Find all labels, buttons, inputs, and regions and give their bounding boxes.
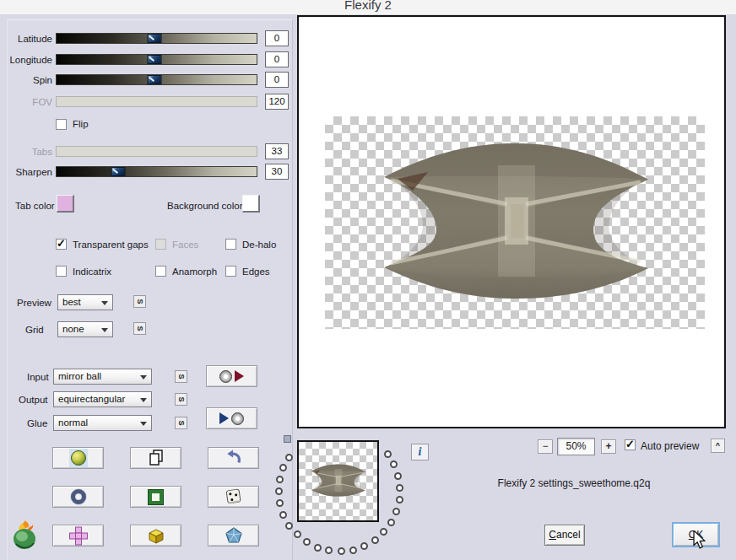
torus-icon bbox=[71, 489, 86, 504]
cube-net-tool-button[interactable] bbox=[52, 525, 104, 547]
dial-dot[interactable] bbox=[394, 472, 402, 480]
cancel-button[interactable]: Cancel bbox=[544, 525, 585, 546]
dial-dot[interactable] bbox=[285, 522, 293, 530]
auto-preview-checkbox[interactable] bbox=[625, 439, 636, 450]
tab-color-swatch[interactable] bbox=[57, 195, 74, 213]
load-settings-button[interactable] bbox=[206, 407, 257, 429]
grid-cycle-button[interactable]: S bbox=[133, 322, 146, 335]
sharpen-slider-row: Sharpen 30 bbox=[7, 166, 294, 183]
frame-tool-button[interactable] bbox=[130, 486, 181, 508]
dial-dot[interactable] bbox=[285, 454, 293, 461]
cancel-label: ancel bbox=[556, 529, 581, 541]
torus-tool-button[interactable] bbox=[52, 486, 104, 508]
tabs-slider-row: Tabs 33 bbox=[7, 146, 294, 163]
spin-slider-row: Spin 0 bbox=[7, 74, 294, 91]
dial-dot[interactable] bbox=[349, 547, 357, 554]
background-color-label: Background color bbox=[167, 201, 243, 211]
faces-checkbox bbox=[155, 239, 166, 250]
longitude-slider-thumb[interactable] bbox=[148, 55, 162, 64]
longitude-slider-row: Longitude 0 bbox=[7, 54, 294, 71]
latitude-value[interactable]: 0 bbox=[265, 30, 289, 46]
dial-dot[interactable] bbox=[396, 484, 403, 492]
dial-dot[interactable] bbox=[384, 450, 392, 458]
dial-marker[interactable] bbox=[284, 435, 291, 443]
tabs-value[interactable]: 33 bbox=[265, 143, 289, 159]
dial-dot[interactable] bbox=[390, 460, 398, 468]
spin-slider[interactable] bbox=[56, 74, 257, 85]
indicatrix-checkbox[interactable] bbox=[56, 266, 67, 277]
dial-dot[interactable] bbox=[371, 536, 379, 544]
edges-checkbox[interactable] bbox=[225, 266, 236, 277]
dial-dot[interactable] bbox=[387, 519, 395, 526]
glue-combo[interactable]: normal bbox=[53, 415, 152, 431]
thumbnail-image bbox=[299, 459, 377, 503]
dial-dot[interactable] bbox=[325, 547, 333, 554]
background-color-swatch[interactable] bbox=[242, 195, 260, 213]
dial-dot[interactable] bbox=[392, 508, 400, 515]
copy-tool-button[interactable] bbox=[130, 447, 181, 469]
zoom-in-button[interactable]: + bbox=[601, 439, 616, 454]
zoom-out-button[interactable]: − bbox=[538, 439, 553, 454]
box-tool-button[interactable] bbox=[130, 525, 181, 547]
transparent-gaps-checkbox[interactable] bbox=[56, 239, 67, 250]
latitude-slider[interactable] bbox=[56, 33, 257, 44]
info-button[interactable]: i bbox=[411, 444, 429, 460]
transparent-gaps-label: Transparent gaps bbox=[73, 240, 149, 250]
spin-value[interactable]: 0 bbox=[265, 72, 289, 88]
blue-play-icon bbox=[219, 412, 229, 424]
disc-load-icon bbox=[231, 412, 244, 425]
preview-combo[interactable]: best bbox=[57, 294, 113, 310]
spin-slider-thumb[interactable] bbox=[148, 75, 162, 84]
fov-slider-row: FOV 120 bbox=[7, 96, 294, 113]
disc-save-icon bbox=[219, 370, 232, 383]
preview-thumbnail[interactable] bbox=[297, 440, 379, 522]
input-combo[interactable]: mirror ball bbox=[53, 369, 152, 385]
preview-image bbox=[325, 116, 705, 329]
dial-dot[interactable] bbox=[275, 487, 283, 495]
save-settings-button[interactable] bbox=[206, 365, 257, 387]
dial-dot[interactable] bbox=[303, 538, 311, 546]
flip-label: Flip bbox=[73, 119, 89, 129]
de-halo-label: De-halo bbox=[242, 240, 276, 250]
sharpen-slider-thumb[interactable] bbox=[111, 167, 126, 176]
dial-dot[interactable] bbox=[314, 544, 322, 552]
tab-color-label: Tab color bbox=[15, 201, 55, 211]
undo-arrow-icon bbox=[225, 449, 243, 467]
auto-preview-label: Auto preview bbox=[641, 440, 699, 452]
chevron-down-icon bbox=[140, 422, 147, 426]
de-halo-checkbox[interactable] bbox=[225, 239, 236, 250]
glue-cycle-button[interactable]: S bbox=[175, 417, 187, 429]
grid-combo[interactable]: none bbox=[57, 321, 113, 337]
dial-dot[interactable] bbox=[338, 547, 345, 555]
random-tool-button[interactable] bbox=[208, 486, 259, 508]
dial-dot[interactable] bbox=[380, 528, 387, 536]
sphere-tool-button[interactable] bbox=[52, 447, 104, 469]
dice-icon bbox=[224, 487, 244, 506]
flexify-dialog: Latitude 0 Longitude 0 Spin 0 FOV 120 Ta… bbox=[0, 14, 736, 560]
copy-pages-icon bbox=[147, 449, 165, 467]
anamorph-checkbox[interactable] bbox=[155, 266, 166, 277]
output-combo[interactable]: equirectangular bbox=[53, 391, 152, 407]
preview-pane bbox=[297, 15, 726, 428]
output-cycle-button[interactable]: S bbox=[175, 393, 187, 406]
indicatrix-label: Indicatrix bbox=[73, 267, 111, 277]
spin-label: Spin bbox=[7, 75, 52, 85]
dial-dot[interactable] bbox=[276, 476, 284, 483]
polyhedron-tool-button[interactable] bbox=[208, 525, 259, 547]
longitude-value[interactable]: 0 bbox=[265, 51, 289, 67]
sharpen-value[interactable]: 30 bbox=[265, 164, 289, 180]
latitude-slider-thumb[interactable] bbox=[148, 34, 162, 43]
dial-dot[interactable] bbox=[360, 542, 368, 550]
fov-slider bbox=[56, 96, 257, 107]
dial-dot[interactable] bbox=[396, 496, 403, 503]
input-cycle-button[interactable]: S bbox=[175, 370, 187, 383]
longitude-slider[interactable] bbox=[56, 54, 257, 65]
undo-tool-button[interactable] bbox=[208, 447, 259, 469]
sharpen-slider[interactable] bbox=[56, 166, 257, 177]
dial-dot[interactable] bbox=[294, 530, 301, 538]
collapse-button[interactable]: ^ bbox=[711, 439, 725, 453]
flip-checkbox[interactable] bbox=[56, 119, 67, 130]
preview-cycle-button[interactable]: S bbox=[133, 295, 146, 308]
chevron-down-icon bbox=[140, 375, 147, 380]
fov-value[interactable]: 120 bbox=[265, 94, 289, 110]
